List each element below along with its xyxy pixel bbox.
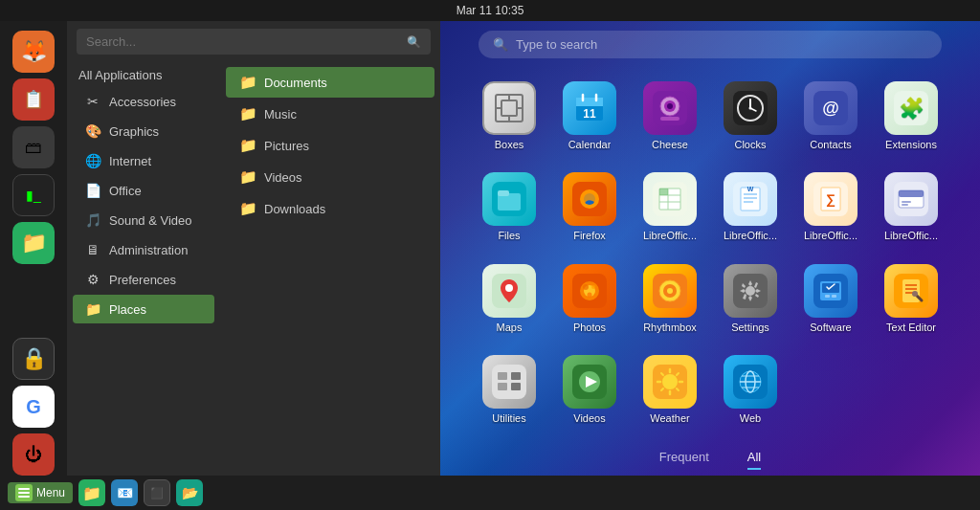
rhythmbox-label: Rhythmbox [643,322,697,333]
tab-all[interactable]: All [747,450,761,470]
menu-search-container: 🔍 [77,29,431,55]
places-icon: 📁 [84,300,101,318]
libreoffice-impress-label: LibreOffic... [884,230,938,241]
svg-rect-70 [902,279,920,302]
app-files[interactable]: Files [469,166,549,254]
taskbar-app2-btn[interactable]: 📧 [111,479,138,506]
menu-search-input[interactable] [86,34,407,49]
firefox-label: Firefox [573,230,606,241]
firefox-dock-icon[interactable]: 🦊 [12,31,55,73]
svg-point-14 [667,103,673,109]
libreoffice-writer-label: LibreOffic... [724,230,777,241]
all-apps-label[interactable]: All Applications [67,64,220,86]
photos-label: Photos [573,322,606,333]
taskbar-menu-button[interactable]: Menu [8,482,73,503]
app-settings[interactable]: Settings [710,258,791,345]
svg-rect-77 [498,372,507,380]
libreoffice-writer-icon: W [724,172,777,226]
svg-rect-50 [902,204,908,206]
app-software[interactable]: Software [791,258,871,345]
category-sound-video[interactable]: 🎵 Sound & Video [73,206,214,234]
category-office[interactable]: 📄 Office [73,176,214,205]
app-firefox[interactable]: Firefox [549,166,630,254]
libreoffice-calc-label: LibreOffic... [643,230,697,241]
music-folder-icon: 📁 [239,105,256,122]
svg-line-90 [661,373,663,375]
app-weather[interactable]: Weather [630,349,710,436]
svg-rect-48 [899,190,924,197]
files-dock-icon[interactable]: 📁 [12,222,55,264]
app-extensions[interactable]: 🧩 Extensions [871,76,951,163]
svg-rect-27 [498,190,509,196]
app-text-editor[interactable]: Text Editor [871,258,951,345]
subcat-music[interactable]: 📁 Music [226,99,434,129]
category-preferences[interactable]: ⚙ Preferences [73,265,214,294]
category-accessories[interactable]: ✂ Accessories [73,87,214,116]
app-maps[interactable]: Maps [469,258,549,345]
category-administration-label: Administration [109,243,188,257]
category-internet-label: Internet [109,154,151,168]
contacts-label: Contacts [810,139,851,150]
svg-rect-100 [18,488,30,490]
app-search-input[interactable] [516,37,927,52]
app-calendar[interactable]: 11 Calendar [549,76,630,163]
google-dock-icon[interactable]: G [12,386,55,428]
category-graphics[interactable]: 🎨 Graphics [73,117,214,145]
calendar-icon: 11 [563,81,616,135]
app-web[interactable]: Web [710,349,791,436]
taskbar-fileman-btn[interactable]: 📂 [176,479,203,506]
category-office-label: Office [109,184,142,198]
cheese-icon [643,81,697,135]
app-utilities[interactable]: Utilities [469,349,549,436]
weather-label: Weather [650,412,689,424]
svg-text:🧩: 🧩 [899,96,925,122]
lock-dock-icon[interactable]: 🔒 [12,338,55,380]
maps-icon [482,264,536,318]
app-clocks[interactable]: Clocks [710,76,791,163]
app-search-icon: 🔍 [493,37,508,52]
taskbar-files-btn[interactable]: 📁 [78,479,105,506]
subcat-downloads[interactable]: 📁 Downloads [226,193,434,224]
dock-icon-3[interactable]: 🗃 [12,126,55,168]
terminal-dock-icon[interactable]: ▮_ [12,174,55,216]
app-libreoffice-impress[interactable]: LibreOffic... [871,166,951,254]
calendar-label: Calendar [568,139,612,150]
svg-text:W: W [747,186,754,192]
subcat-videos[interactable]: 📁 Videos [226,162,434,192]
power-dock-icon[interactable]: ⏻ [12,433,55,476]
app-boxes[interactable]: Boxes [469,76,549,163]
svg-line-93 [661,388,663,390]
svg-rect-36 [659,188,668,195]
taskbar-terminal-btn[interactable]: ⬛ [144,479,170,506]
app-libreoffice-writer[interactable]: W LibreOffic... [710,166,791,254]
subcat-documents[interactable]: 📁 Documents [226,67,434,98]
right-panel: 🔍 Boxes [440,21,980,476]
settings-label: Settings [731,322,769,333]
app-libreoffice-math[interactable]: ∑ LibreOffic... [791,166,871,254]
dock: 🦊 📋 🗃 ▮_ 📁 🔒 G ⏻ [0,21,67,476]
svg-point-57 [591,285,595,289]
weather-icon [643,355,697,409]
category-places[interactable]: 📁 Places [73,295,214,323]
app-photos[interactable]: Photos [549,258,630,345]
libreoffice-math-label: LibreOffic... [804,230,858,241]
app-contacts[interactable]: @ Contacts [791,76,871,163]
menu-panel: 🔍 All Applications ✂ Accessories 🎨 Graph… [67,21,440,476]
svg-point-58 [588,292,592,297]
boxes-label: Boxes [495,139,524,150]
app-videos[interactable]: Videos [549,349,630,436]
tab-frequent[interactable]: Frequent [659,450,709,470]
category-internet[interactable]: 🌐 Internet [73,146,214,175]
app-cheese[interactable]: Cheese [630,76,710,163]
dock-icon-2[interactable]: 📋 [12,78,55,121]
app-libreoffice-calc[interactable]: LibreOffic... [630,166,710,254]
app-rhythmbox[interactable]: Rhythmbox [630,258,710,345]
svg-text:@: @ [822,99,839,118]
text-editor-icon [884,264,938,318]
main-area: 🦊 📋 🗃 ▮_ 📁 🔒 G ⏻ 🔍 All Applications [0,21,980,476]
utilities-label: Utilities [492,412,525,424]
category-administration[interactable]: 🖥 Administration [73,235,214,264]
subcat-pictures[interactable]: 📁 Pictures [226,130,434,161]
datetime: Mar 11 10:35 [457,4,524,17]
photos-icon [563,264,616,318]
